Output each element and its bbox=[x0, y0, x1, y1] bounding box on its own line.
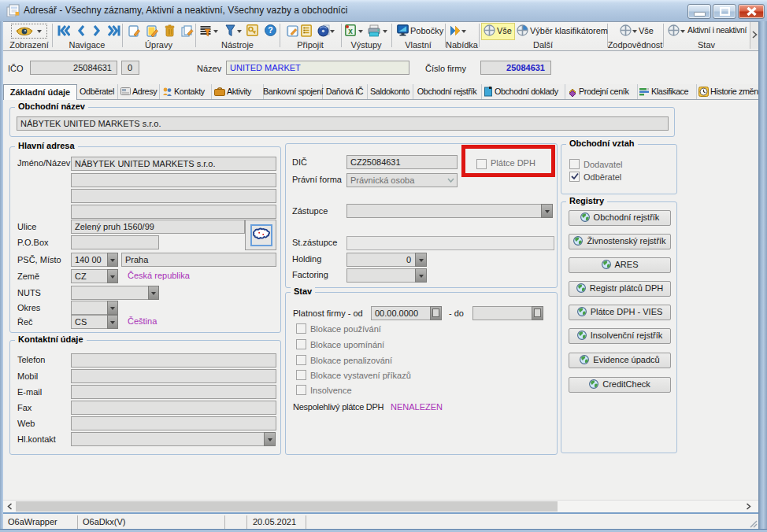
svg-text:?: ? bbox=[268, 25, 272, 35]
svg-text:x: x bbox=[348, 27, 353, 35]
